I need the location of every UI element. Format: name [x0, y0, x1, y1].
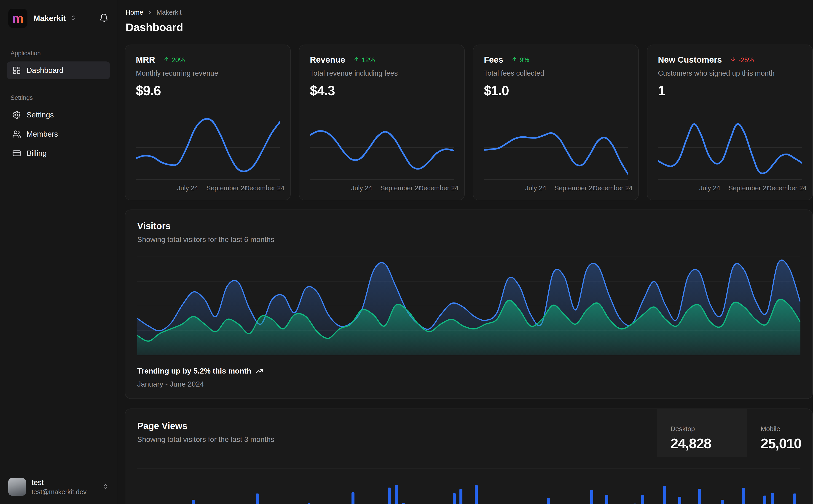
users-icon — [12, 130, 21, 138]
visitors-card: Visitors Showing total visitors for the … — [125, 210, 813, 399]
bar — [763, 496, 766, 504]
chevron-right-icon — [147, 10, 153, 16]
user-menu[interactable]: test test@makerkit.dev — [7, 477, 110, 497]
bar — [388, 488, 391, 504]
trending-up-icon — [256, 367, 263, 375]
bar — [256, 493, 259, 504]
chevrons-up-down-icon — [70, 14, 76, 23]
page-views-title: Page Views — [137, 421, 645, 431]
visitors-title: Visitors — [137, 221, 800, 231]
sidebar-section-settings: Settings — [11, 94, 106, 101]
arrow-down-icon — [730, 56, 736, 64]
gear-icon — [12, 111, 21, 119]
bar — [395, 485, 398, 504]
layout-dashboard-icon — [12, 66, 21, 75]
sparkline-chart: July 24 September 24 December 24 — [136, 111, 280, 194]
x-axis: July 24 September 24 December 24 — [310, 184, 454, 194]
visitors-footer: Trending up by 5.2% this month January -… — [137, 367, 800, 388]
visitors-date-range: January - June 2024 — [137, 380, 800, 388]
notifications-button[interactable] — [99, 13, 109, 24]
stat-card-fees: Fees 9% Total fees collected $1.0 July 2… — [473, 45, 639, 200]
stat-value: $4.3 — [310, 83, 454, 98]
sidebar-item-billing[interactable]: Billing — [7, 144, 110, 162]
stat-title: Fees — [484, 55, 503, 65]
stat-title: Revenue — [310, 55, 345, 65]
stat-value: $1.0 — [484, 83, 628, 98]
sidebar-header: m Makerkit — [7, 8, 110, 29]
stat-title: New Customers — [658, 55, 722, 65]
sidebar: m Makerkit Application Dashboard — [0, 0, 117, 504]
bar — [721, 500, 724, 504]
breadcrumb-home[interactable]: Home — [125, 9, 143, 16]
tab-mobile[interactable]: Mobile 25,010 — [747, 409, 812, 457]
bar — [191, 500, 194, 504]
page-views-card: Page Views Showing total visitors for th… — [125, 409, 813, 504]
sidebar-item-label: Dashboard — [27, 66, 63, 75]
app-root: m Makerkit Application Dashboard — [0, 0, 813, 504]
bar — [402, 503, 405, 504]
stat-description: Total revenue including fees — [310, 69, 454, 77]
sparkline-chart: July 24 September 24 December 24 — [658, 111, 802, 194]
sidebar-item-label: Settings — [27, 111, 54, 119]
team-name: Makerkit — [33, 14, 66, 23]
bar — [352, 492, 355, 504]
sidebar-item-members[interactable]: Members — [7, 125, 110, 143]
breadcrumb: Home Makerkit — [125, 9, 811, 16]
sidebar-item-label: Members — [27, 130, 58, 138]
stat-cards-row: MRR 20% Monthly recurring revenue $9.6 J… — [125, 45, 813, 200]
bar — [678, 497, 681, 504]
x-axis: July 24 September 24 December 24 — [136, 184, 280, 194]
bar — [771, 493, 774, 504]
stat-value: 1 — [658, 83, 802, 98]
bar — [453, 493, 456, 504]
user-name: test — [32, 478, 97, 487]
bar — [590, 490, 593, 504]
bar — [547, 498, 550, 504]
stat-value: $9.6 — [136, 83, 280, 98]
stat-description: Total fees collected — [484, 69, 628, 77]
sparkline-chart: July 24 September 24 December 24 — [310, 111, 454, 194]
bell-icon — [99, 20, 109, 24]
page-views-bar-chart — [137, 457, 800, 504]
avatar — [8, 478, 26, 496]
visitors-subtitle: Showing total visitors for the last 6 mo… — [137, 235, 800, 244]
visitors-area-chart — [137, 257, 800, 355]
trend-badge: -25% — [730, 56, 754, 64]
bar — [605, 495, 608, 504]
trend-badge: 9% — [511, 56, 529, 64]
stat-card-new-customers: New Customers -25% Customers who signed … — [647, 45, 813, 200]
arrow-up-icon — [353, 56, 359, 64]
trend-badge: 12% — [353, 56, 375, 64]
stat-card-revenue: Revenue 12% Total revenue including fees… — [299, 45, 465, 200]
main-content: Home Makerkit Dashboard MRR 20% M — [117, 0, 813, 504]
sidebar-nav-application: Dashboard — [7, 61, 110, 79]
bar — [698, 489, 701, 504]
sidebar-nav-settings: Settings Members Billing — [7, 106, 110, 162]
sidebar-item-dashboard[interactable]: Dashboard — [7, 61, 110, 79]
x-axis: July 24 September 24 December 24 — [484, 184, 628, 194]
credit-card-icon — [12, 149, 21, 158]
page-views-subtitle: Showing total visitors for the last 3 mo… — [137, 435, 645, 444]
bar — [742, 488, 745, 504]
page-views-header: Page Views Showing total visitors for th… — [125, 409, 812, 457]
team-switcher[interactable]: Makerkit — [33, 14, 76, 23]
visitors-trend-note: Trending up by 5.2% this month — [137, 367, 251, 375]
x-axis: July 24 September 24 December 24 — [658, 184, 802, 194]
bar — [641, 495, 644, 504]
chevrons-up-down-icon — [102, 483, 109, 491]
trend-badge: 20% — [163, 56, 185, 64]
arrow-up-icon — [163, 56, 169, 64]
stat-title: MRR — [136, 55, 155, 65]
bar — [459, 489, 462, 504]
stat-description: Customers who signed up this month — [658, 69, 802, 77]
breadcrumb-current: Makerkit — [156, 9, 181, 16]
sidebar-item-settings[interactable]: Settings — [7, 106, 110, 124]
stat-description: Monthly recurring revenue — [136, 69, 280, 77]
app-logo: m — [8, 9, 27, 28]
sidebar-item-label: Billing — [27, 149, 47, 158]
logo-letter: m — [12, 12, 24, 25]
bar — [475, 485, 478, 504]
user-email: test@makerkit.dev — [32, 488, 97, 496]
tab-desktop[interactable]: Desktop 24,828 — [657, 409, 747, 457]
bar — [793, 493, 796, 504]
